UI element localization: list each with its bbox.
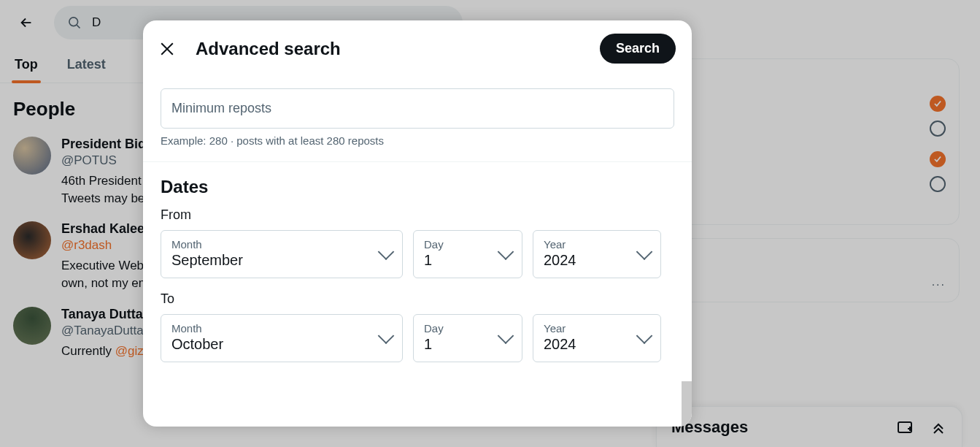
modal-title: Advanced search [196,39,579,59]
to-day-select[interactable]: Day 1 [413,314,522,362]
from-day-select[interactable]: Day 1 [413,230,522,278]
from-year-select[interactable]: Year 2024 [533,230,661,278]
search-button[interactable]: Search [600,34,676,64]
advanced-search-modal: Advanced search Search Minimum reposts E… [143,20,692,427]
minimum-reposts-input[interactable]: Minimum reposts [161,88,674,129]
to-month-select[interactable]: Month October [161,314,403,362]
field-help-text: Example: 280 · posts with at least 280 r… [161,134,674,147]
to-label: To [161,291,674,307]
dates-heading: Dates [161,177,674,197]
from-label: From [161,207,674,223]
from-month-select[interactable]: Month September [161,230,403,278]
close-button[interactable] [159,41,175,57]
field-label: Minimum reposts [171,101,663,116]
to-year-select[interactable]: Year 2024 [533,314,661,362]
